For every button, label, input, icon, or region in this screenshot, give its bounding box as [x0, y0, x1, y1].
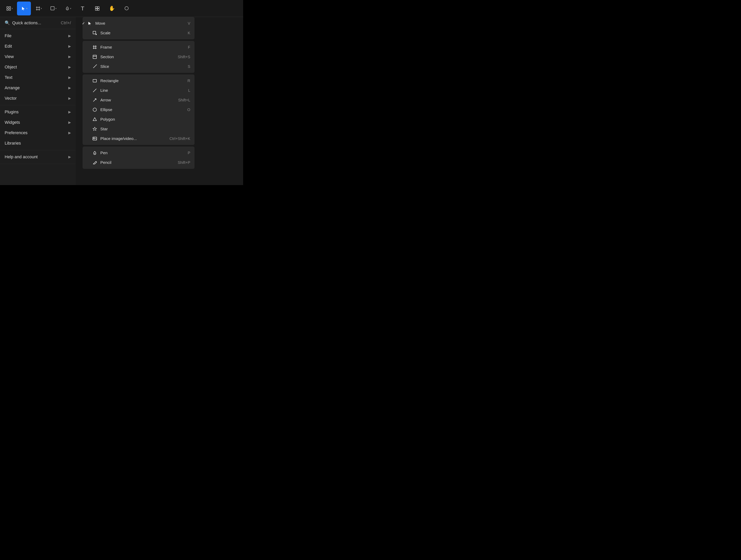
- pencil-item-label: Pencil: [100, 160, 175, 165]
- svg-rect-10: [97, 9, 99, 10]
- polygon-item-icon: [92, 117, 97, 122]
- hand-icon: ✋: [109, 5, 115, 11]
- shape-tool-button[interactable]: ▾: [46, 2, 60, 15]
- menu-item-file[interactable]: File ▶: [0, 31, 76, 41]
- pen-item-shortcut: P: [188, 151, 190, 155]
- pen-icon: [65, 6, 70, 11]
- quick-actions-row[interactable]: 🔍 Quick actions... Ctrl+/: [0, 17, 76, 29]
- vector-arrow-icon: ▶: [68, 96, 71, 100]
- polygon-item-label: Polygon: [100, 117, 188, 122]
- menu-item-widgets[interactable]: Widgets ▶: [0, 117, 76, 128]
- svg-rect-5: [51, 7, 54, 10]
- arrow-item-icon: [92, 98, 97, 102]
- frame-icon: [35, 6, 41, 11]
- frame-item-label: Frame: [100, 45, 185, 50]
- move-item-icon: [87, 21, 92, 26]
- star-item[interactable]: Star: [83, 124, 195, 134]
- place-image-item-label: Place image/video...: [100, 136, 167, 141]
- dropdown-panels: ✓ Move V Scale K: [83, 17, 195, 170]
- search-icon: 🔍: [5, 20, 10, 25]
- text-arrow-icon: ▶: [68, 75, 71, 80]
- pencil-item[interactable]: Pencil Shift+P: [83, 158, 195, 167]
- component-icon: [94, 6, 100, 11]
- ellipse-item-shortcut: O: [187, 107, 190, 112]
- place-image-item-shortcut: Ctrl+Shift+K: [170, 137, 190, 141]
- preferences-arrow-icon: ▶: [68, 131, 71, 135]
- move-tool-button[interactable]: ▾: [17, 2, 31, 15]
- frame-item-icon: [92, 45, 97, 50]
- shape-tool-arrow: ▾: [55, 7, 57, 10]
- star-item-icon: [92, 127, 97, 131]
- svg-rect-12: [93, 31, 96, 34]
- text-tool-button[interactable]: T: [76, 2, 89, 15]
- pen-tool-button[interactable]: ▾: [61, 2, 75, 15]
- menu-item-vector[interactable]: Vector ▶: [0, 93, 76, 103]
- menu-item-plugins[interactable]: Plugins ▶: [0, 107, 76, 117]
- pen-tool-arrow: ▾: [70, 7, 71, 10]
- menu-item-view[interactable]: View ▶: [0, 52, 76, 62]
- menu-item-edit[interactable]: Edit ▶: [0, 41, 76, 52]
- menu-item-object[interactable]: Object ▶: [0, 62, 76, 72]
- frame-section-slice-panel: Frame F Section Shift+S: [83, 41, 195, 73]
- polygon-item[interactable]: Polygon: [83, 114, 195, 124]
- svg-point-19: [94, 153, 95, 154]
- quick-actions-shortcut: Ctrl+/: [61, 20, 71, 25]
- rectangle-item[interactable]: Rectangle R: [83, 76, 195, 86]
- grid-tool-arrow: ▾: [12, 7, 13, 10]
- line-item[interactable]: Line L: [83, 86, 195, 95]
- svg-rect-7: [95, 7, 97, 8]
- move-item[interactable]: ✓ Move V: [83, 18, 195, 28]
- ellipse-item-label: Ellipse: [100, 107, 185, 112]
- slice-item-shortcut: S: [188, 64, 190, 69]
- pen-item[interactable]: Pen P: [83, 148, 195, 158]
- section-item-label: Section: [100, 55, 175, 59]
- arrow-item-shortcut: Shift+L: [178, 98, 190, 102]
- move-item-shortcut: V: [188, 21, 190, 26]
- svg-point-6: [67, 8, 68, 9]
- menu-item-libraries[interactable]: Libraries: [0, 138, 76, 148]
- widgets-arrow-icon: ▶: [68, 120, 71, 125]
- slice-item-label: Slice: [100, 64, 185, 69]
- place-image-item[interactable]: Place image/video... Ctrl+Shift+K: [83, 134, 195, 143]
- edit-arrow-icon: ▶: [68, 44, 71, 49]
- component-tool-button[interactable]: [90, 2, 104, 15]
- star-item-label: Star: [100, 127, 188, 131]
- menu-item-preferences[interactable]: Preferences ▶: [0, 128, 76, 138]
- hand-tool-button[interactable]: ✋: [105, 2, 119, 15]
- scale-item[interactable]: Scale K: [83, 28, 195, 38]
- slice-item[interactable]: Slice S: [83, 62, 195, 71]
- menu-item-help[interactable]: Help and account ▶: [0, 152, 76, 162]
- line-item-label: Line: [100, 88, 186, 93]
- quick-actions-label: Quick actions...: [12, 20, 59, 25]
- pen-item-icon: [92, 151, 97, 155]
- move-item-label: Move: [95, 21, 185, 26]
- svg-point-16: [93, 108, 96, 111]
- text-icon: T: [81, 5, 84, 12]
- frame-tool-button[interactable]: ▾: [31, 2, 46, 15]
- section-item[interactable]: Section Shift+S: [83, 52, 195, 62]
- rectangle-item-shortcut: R: [188, 79, 190, 83]
- shapes-panel: Rectangle R Line L Arrow S: [83, 74, 195, 145]
- ellipse-item-icon: [92, 107, 97, 112]
- comment-tool-button[interactable]: [120, 2, 134, 15]
- menu-item-text[interactable]: Text ▶: [0, 72, 76, 83]
- view-arrow-icon: ▶: [68, 55, 71, 59]
- rectangle-item-icon: [92, 78, 97, 83]
- ellipse-item[interactable]: Ellipse O: [83, 105, 195, 114]
- menu-section-3: Help and account ▶: [0, 150, 76, 164]
- line-item-icon: [92, 88, 97, 93]
- menu-item-arrange[interactable]: Arrange ▶: [0, 83, 76, 93]
- comment-icon: [124, 6, 129, 11]
- file-arrow-icon: ▶: [68, 34, 71, 38]
- svg-point-11: [125, 7, 128, 10]
- frame-item[interactable]: Frame F: [83, 43, 195, 52]
- svg-rect-1: [9, 7, 11, 8]
- scale-item-label: Scale: [100, 31, 185, 35]
- rectangle-item-label: Rectangle: [100, 78, 185, 83]
- left-menu: 🔍 Quick actions... Ctrl+/ File ▶ Edit ▶ …: [0, 17, 76, 185]
- grid-tool-button[interactable]: ▾: [2, 2, 16, 15]
- shape-icon: [50, 6, 55, 11]
- arrow-item[interactable]: Arrow Shift+L: [83, 95, 195, 105]
- pen-pencil-panel: Pen P Pencil Shift+P: [83, 147, 195, 169]
- plugins-arrow-icon: ▶: [68, 110, 71, 114]
